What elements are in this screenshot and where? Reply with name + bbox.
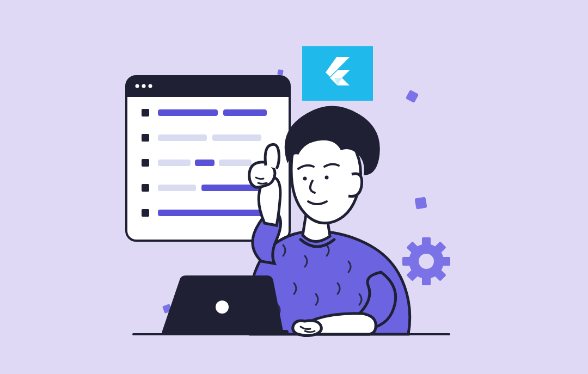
- svg-rect-35: [414, 197, 427, 209]
- svg-rect-34: [406, 90, 419, 103]
- illustration-canvas: [0, 0, 588, 374]
- svg-rect-39: [163, 330, 289, 335]
- svg-rect-5: [158, 109, 218, 116]
- flutter-logo-badge: [302, 46, 373, 101]
- svg-rect-10: [142, 159, 149, 167]
- svg-rect-9: [212, 134, 261, 141]
- svg-rect-8: [158, 134, 207, 141]
- svg-point-40: [216, 301, 229, 314]
- svg-rect-13: [219, 160, 252, 166]
- svg-rect-11: [158, 160, 191, 166]
- svg-point-1: [136, 84, 139, 88]
- svg-point-38: [325, 176, 329, 180]
- svg-rect-7: [142, 134, 149, 142]
- svg-rect-12: [195, 160, 215, 166]
- svg-rect-6: [223, 109, 267, 116]
- svg-point-3: [149, 84, 152, 88]
- svg-rect-14: [142, 184, 149, 192]
- svg-rect-17: [142, 209, 149, 217]
- head: [285, 106, 380, 223]
- svg-rect-4: [142, 109, 149, 117]
- svg-point-32: [419, 254, 434, 269]
- svg-point-2: [142, 84, 146, 88]
- svg-point-37: [303, 177, 307, 181]
- svg-rect-15: [158, 185, 196, 191]
- gear-icon: [402, 237, 450, 285]
- svg-rect-18: [158, 210, 267, 216]
- laptop: [162, 275, 289, 335]
- svg-rect-33: [277, 69, 284, 76]
